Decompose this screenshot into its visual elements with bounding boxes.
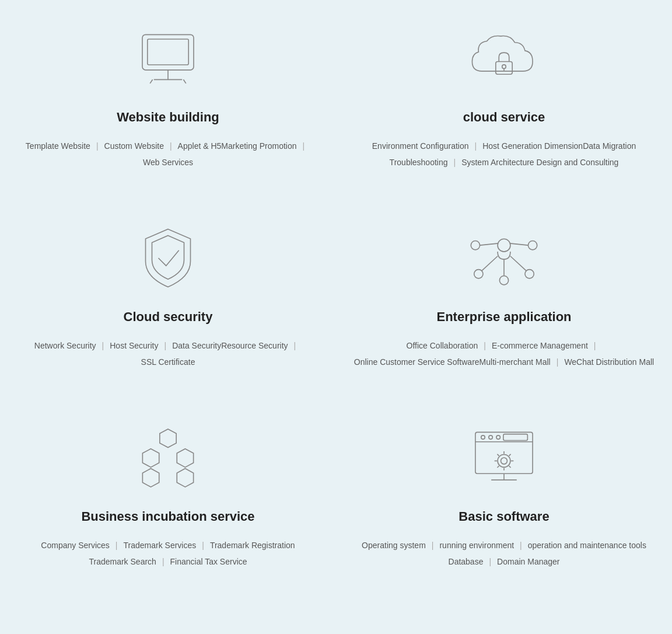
svg-point-12 [525, 270, 534, 278]
link-data-migration[interactable]: Data Migration [583, 138, 636, 154]
card-basic-software: Basic software Operating system | runnin… [336, 399, 672, 599]
svg-point-13 [471, 241, 480, 250]
hexagons-icon [133, 423, 203, 493]
link-trademark-services[interactable]: Trademark Services [123, 537, 196, 553]
link-ssl-cert[interactable]: SSL Certificate [141, 354, 195, 370]
svg-point-10 [474, 270, 483, 278]
svg-point-7 [502, 65, 506, 69]
basic-software-title: Basic software [459, 509, 549, 524]
link-financial-tax[interactable]: Financial Tax Service [170, 553, 247, 570]
enterprise-app-title: Enterprise application [436, 309, 571, 325]
link-trademark-reg[interactable]: Trademark Registration [210, 537, 295, 553]
link-ops-tools[interactable]: operation and maintenance tools [528, 537, 646, 553]
link-marketing-promotion[interactable]: Marketing Promotion [221, 138, 296, 154]
link-running-env[interactable]: running environment [439, 537, 514, 553]
monitor-icon [133, 23, 203, 93]
link-trademark-search[interactable]: Trademark Search [89, 553, 156, 570]
link-ecommerce[interactable]: E-commerce Management [492, 337, 588, 354]
svg-line-4 [150, 79, 152, 83]
link-online-cs[interactable]: Online Customer Service Software [354, 354, 480, 370]
card-enterprise-application: Enterprise application Office Collaborat… [336, 200, 672, 399]
browser-gear-icon [469, 423, 539, 493]
svg-line-17 [510, 256, 526, 271]
link-database[interactable]: Database [449, 553, 484, 570]
svg-rect-1 [148, 39, 188, 65]
svg-point-32 [501, 458, 508, 464]
cloud-lock-icon [469, 23, 539, 93]
card-cloud-service: cloud service Environment Configuration … [336, 0, 672, 200]
svg-marker-24 [177, 469, 193, 487]
svg-point-9 [498, 239, 510, 252]
shield-check-icon [133, 223, 203, 293]
svg-point-14 [528, 241, 537, 250]
svg-point-29 [496, 436, 501, 440]
svg-point-27 [481, 436, 485, 440]
svg-line-38 [509, 466, 511, 468]
business-incubation-links: Company Services | Trademark Services | … [18, 537, 318, 570]
link-template-website[interactable]: Template Website [26, 138, 90, 154]
cloud-service-title: cloud service [463, 110, 545, 125]
link-network-security[interactable]: Network Security [34, 337, 96, 354]
link-applet-h5[interactable]: Applet & H5 [178, 138, 222, 154]
svg-marker-21 [142, 449, 159, 468]
link-custom-website[interactable]: Custom Website [104, 138, 164, 154]
svg-point-11 [499, 276, 508, 285]
svg-line-18 [480, 243, 499, 245]
svg-line-40 [497, 466, 499, 468]
cloud-security-links: Network Security | Host Security | Data … [18, 337, 318, 370]
svg-rect-30 [503, 434, 527, 441]
link-env-config[interactable]: Environment Configuration [372, 138, 469, 154]
svg-marker-22 [177, 449, 193, 468]
link-host-security[interactable]: Host Security [110, 337, 158, 354]
basic-software-links: Operating system | running environment |… [354, 537, 654, 570]
enterprise-app-links: Office Collaboration | E-commerce Manage… [354, 337, 654, 370]
card-business-incubation: Business incubation service Company Serv… [0, 399, 336, 599]
link-company-services[interactable]: Company Services [41, 537, 110, 553]
card-website-building: Website building Template Website | Cust… [0, 0, 336, 200]
link-resource-security[interactable]: Resource Security [221, 337, 288, 354]
link-host-gen[interactable]: Host Generation Dimension [482, 138, 583, 154]
cloud-security-title: Cloud security [124, 309, 213, 325]
link-data-security[interactable]: Data Security [172, 337, 221, 354]
svg-line-39 [509, 454, 511, 456]
link-troubleshooting[interactable]: Troubleshooting [390, 154, 448, 170]
link-web-services[interactable]: Web Services [143, 154, 193, 170]
cloud-service-links: Environment Configuration | Host Generat… [354, 138, 654, 170]
svg-line-19 [510, 243, 528, 245]
link-office-collab[interactable]: Office Collaboration [407, 337, 478, 354]
svg-point-28 [489, 436, 493, 440]
link-domain-manager[interactable]: Domain Manager [497, 553, 559, 570]
svg-line-37 [497, 454, 499, 456]
svg-point-31 [498, 455, 510, 468]
svg-marker-23 [142, 469, 159, 487]
website-building-title: Website building [117, 110, 219, 125]
business-incubation-title: Business incubation service [81, 509, 254, 524]
link-multi-merchant[interactable]: Multi-merchant Mall [480, 354, 551, 370]
link-sys-arch[interactable]: System Architecture Design and Consultin… [461, 154, 618, 170]
svg-rect-6 [496, 61, 512, 74]
main-grid: Website building Template Website | Cust… [0, 0, 672, 599]
network-person-icon [469, 223, 539, 293]
link-operating-system[interactable]: Operating system [362, 537, 426, 553]
website-building-links: Template Website | Custom Website | Appl… [18, 138, 318, 170]
card-cloud-security: Cloud security Network Security | Host S… [0, 200, 336, 399]
svg-marker-20 [160, 429, 176, 448]
svg-line-15 [482, 256, 498, 271]
svg-line-5 [183, 79, 186, 83]
link-wechat-mall[interactable]: WeChat Distribution Mall [564, 354, 654, 370]
